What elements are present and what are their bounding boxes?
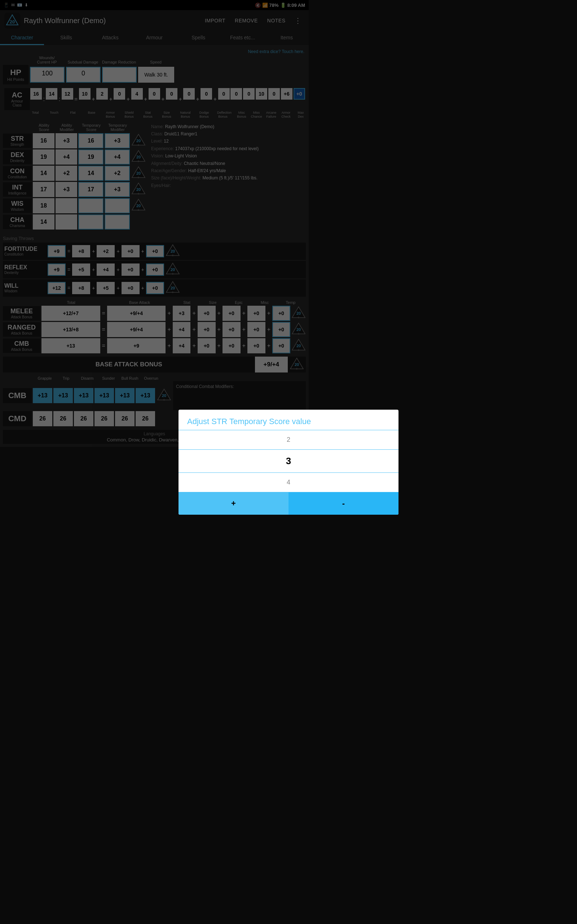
modal-overlay[interactable]: Adjust STR Temporary Score value 2 3 4 +… — [0, 0, 309, 494]
modal-picker-item-1[interactable]: 3 — [179, 450, 309, 473]
modal-box: Adjust STR Temporary Score value 2 3 4 +… — [179, 410, 309, 495]
modal-plus-button[interactable]: + — [179, 492, 288, 495]
modal-buttons: + - — [179, 492, 309, 495]
modal-picker-item-2[interactable]: 4 — [179, 473, 309, 492]
modal-title: Adjust STR Temporary Score value — [179, 410, 309, 430]
modal-picker-item-0[interactable]: 2 — [179, 430, 309, 450]
modal-picker: 2 3 4 — [179, 430, 309, 492]
modal-minus-button[interactable]: - — [288, 492, 309, 495]
